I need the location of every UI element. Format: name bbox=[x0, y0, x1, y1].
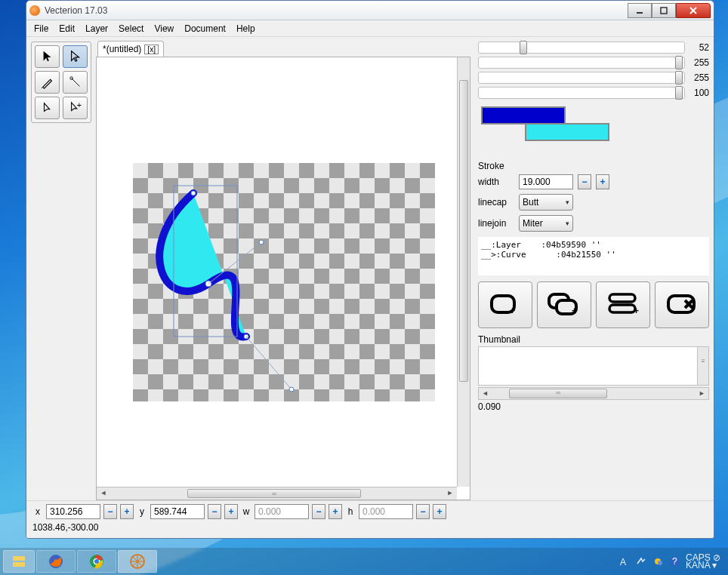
tool-palette: + bbox=[26, 37, 96, 500]
tool-select-arrow[interactable] bbox=[35, 45, 60, 68]
stroke-width-increment[interactable]: + bbox=[596, 174, 609, 189]
x-label: x bbox=[32, 506, 43, 517]
svg-text:+: + bbox=[76, 101, 81, 109]
svg-rect-1 bbox=[661, 8, 667, 14]
linejoin-select[interactable]: Miter bbox=[519, 215, 573, 232]
system-tray[interactable]: A ? CAPS ⊘ KANA ▾ bbox=[619, 554, 725, 569]
document-tabs: *(untitled) [x] bbox=[96, 37, 472, 57]
tab-close-button[interactable]: [x] bbox=[144, 45, 159, 54]
svg-rect-27 bbox=[13, 562, 25, 567]
x-decrement[interactable]: − bbox=[103, 504, 117, 519]
slider-2-value: 255 bbox=[688, 72, 709, 83]
svg-rect-22 bbox=[609, 305, 635, 312]
w-increment[interactable]: + bbox=[329, 504, 342, 519]
linejoin-label: linejoin bbox=[478, 218, 514, 229]
artboard[interactable] bbox=[133, 163, 435, 401]
layer-add-button[interactable]: + bbox=[478, 281, 532, 328]
tab-untitled[interactable]: *(untitled) [x] bbox=[97, 41, 164, 57]
svg-line-12 bbox=[246, 337, 292, 389]
maximize-button[interactable] bbox=[652, 3, 676, 18]
w-decrement[interactable]: − bbox=[312, 504, 325, 519]
tray-kana: KANA bbox=[686, 560, 710, 570]
minimize-button[interactable] bbox=[628, 3, 652, 18]
svg-rect-28 bbox=[13, 556, 25, 561]
titlebar[interactable]: Vecterion 17.03 bbox=[26, 1, 714, 20]
menu-edit[interactable]: Edit bbox=[54, 22, 79, 35]
app-icon bbox=[29, 5, 40, 16]
menu-view[interactable]: View bbox=[150, 22, 178, 35]
menu-document[interactable]: Document bbox=[180, 22, 230, 35]
tab-label: *(untitled) bbox=[103, 44, 141, 54]
x-increment[interactable]: + bbox=[120, 504, 134, 519]
tray-help-icon[interactable]: ? bbox=[669, 556, 680, 567]
app-window: Vecterion 17.03 File Edit Layer Select V… bbox=[26, 0, 714, 539]
menu-file[interactable]: File bbox=[29, 22, 53, 35]
svg-point-40 bbox=[658, 561, 662, 565]
taskbar[interactable]: A ? CAPS ⊘ KANA ▾ bbox=[0, 548, 728, 575]
menu-help[interactable]: Help bbox=[232, 22, 260, 35]
tool-pen[interactable] bbox=[35, 71, 60, 94]
thumbnail-hscrollbar[interactable]: ◄═► bbox=[478, 387, 709, 400]
h-input[interactable] bbox=[359, 504, 413, 519]
stroke-section-label: Stroke bbox=[478, 161, 709, 171]
tool-handle[interactable] bbox=[63, 71, 88, 94]
menu-select[interactable]: Select bbox=[114, 22, 148, 35]
stroke-width-input[interactable] bbox=[519, 174, 573, 189]
close-button[interactable] bbox=[676, 3, 711, 18]
h-decrement[interactable]: − bbox=[416, 504, 430, 519]
stroke-width-label: width bbox=[478, 177, 514, 187]
y-label: y bbox=[137, 506, 147, 517]
y-decrement[interactable]: − bbox=[208, 504, 221, 519]
thumbnail-view[interactable]: ≡ bbox=[478, 346, 709, 386]
svg-text:A: A bbox=[620, 557, 626, 567]
y-increment[interactable]: + bbox=[224, 504, 238, 519]
tool-pointer-alt[interactable] bbox=[35, 97, 60, 119]
x-input[interactable] bbox=[46, 504, 100, 519]
h-increment[interactable]: + bbox=[433, 504, 446, 519]
stroke-width-decrement[interactable]: − bbox=[578, 174, 591, 189]
w-label: w bbox=[241, 506, 251, 517]
slider-1-value: 255 bbox=[688, 57, 709, 68]
layer-delete-button[interactable] bbox=[655, 281, 709, 328]
thumbnail-zoom-label: 0.090 bbox=[478, 401, 709, 412]
layer-duplicate-button[interactable]: + bbox=[537, 281, 591, 328]
tray-font-icon[interactable]: A bbox=[619, 556, 630, 567]
slider-3[interactable] bbox=[478, 87, 685, 99]
layer-tree[interactable]: __:Layer :04b59590 '' __>:Curve :04b2155… bbox=[478, 236, 709, 275]
svg-line-6 bbox=[71, 78, 79, 87]
svg-text:+: + bbox=[572, 306, 577, 316]
slider-0[interactable] bbox=[478, 42, 685, 54]
canvas[interactable]: ◄ ═ ► 0.390 bbox=[96, 57, 470, 500]
slider-3-value: 100 bbox=[688, 88, 709, 98]
canvas-vscrollbar[interactable] bbox=[457, 57, 470, 487]
fill-color-swatch[interactable] bbox=[525, 123, 609, 141]
tray-settings-icon[interactable] bbox=[636, 556, 646, 567]
svg-text:?: ? bbox=[672, 556, 677, 567]
svg-point-9 bbox=[191, 191, 196, 195]
linecap-select[interactable]: Butt bbox=[519, 194, 573, 211]
statusbar: x − + y − + w − + h − + 1038.46,-300.00 bbox=[26, 500, 714, 538]
svg-point-15 bbox=[259, 240, 264, 244]
taskbar-vecterion[interactable] bbox=[118, 550, 157, 573]
linecap-label: linecap bbox=[478, 197, 514, 208]
taskbar-chrome[interactable] bbox=[77, 550, 116, 573]
svg-text:+: + bbox=[634, 306, 639, 316]
w-input[interactable] bbox=[254, 504, 309, 519]
slider-1[interactable] bbox=[478, 57, 685, 69]
tool-node-edit[interactable] bbox=[63, 45, 88, 68]
stroke-color-swatch[interactable] bbox=[481, 106, 566, 125]
slider-2[interactable] bbox=[478, 72, 685, 84]
svg-rect-21 bbox=[609, 294, 635, 302]
start-button[interactable] bbox=[3, 550, 35, 573]
taskbar-firefox[interactable] bbox=[36, 550, 76, 573]
tool-add-node[interactable]: + bbox=[63, 97, 88, 119]
tray-cloud-icon[interactable] bbox=[652, 556, 663, 567]
canvas-hscrollbar[interactable]: ◄ ═ ► bbox=[97, 487, 457, 500]
y-input[interactable] bbox=[150, 504, 205, 519]
svg-point-13 bbox=[289, 387, 294, 392]
svg-line-4 bbox=[41, 87, 42, 88]
slider-0-value: 52 bbox=[688, 42, 709, 53]
layer-group-button[interactable]: + bbox=[596, 281, 650, 328]
svg-text:+: + bbox=[510, 306, 515, 316]
menu-layer[interactable]: Layer bbox=[81, 22, 113, 35]
